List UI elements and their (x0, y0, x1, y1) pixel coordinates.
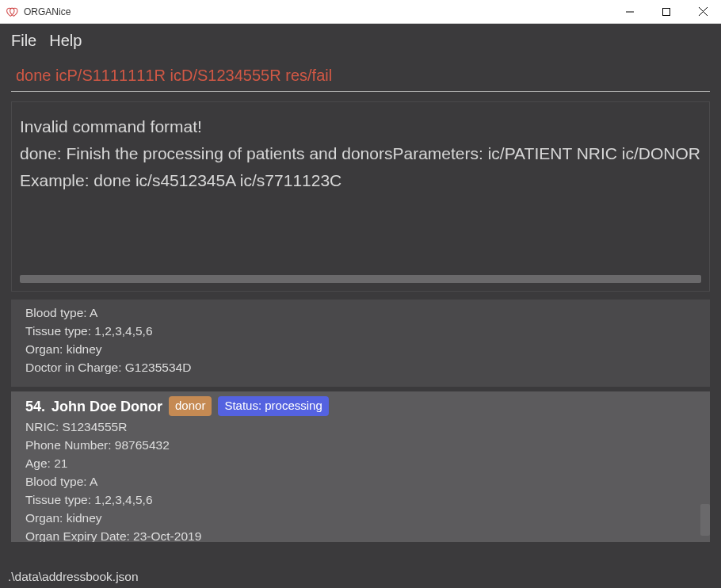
field-organ-expiry: Organ Expiry Date: 23-Oct-2019 (25, 528, 696, 542)
result-line: Example: done ic/s4512345A ic/s7711123C (20, 167, 701, 194)
field-doctor: Doctor in Charge: G1235534D (25, 359, 696, 377)
app-icon (6, 6, 19, 17)
result-line: done: Finish the processing of patients … (20, 140, 701, 167)
window-controls (612, 0, 721, 23)
field-tissue-type: Tissue type: 1,2,3,4,5,6 (25, 323, 696, 341)
menu-bar: File Help (0, 24, 721, 57)
field-age: Age: 21 (25, 455, 696, 473)
field-phone: Phone Number: 98765432 (25, 437, 696, 455)
result-display: Invalid command format! done: Finish the… (11, 101, 710, 292)
field-nric: NRIC: S1234555R (25, 418, 696, 437)
result-line: Invalid command format! (20, 113, 701, 140)
tag-donor: donor (169, 396, 212, 416)
title-bar: ORGANice (0, 0, 721, 24)
card-header: 54. John Doe Donor donor Status: process… (25, 396, 696, 418)
field-organ: Organ: kidney (25, 510, 696, 528)
minimize-button[interactable] (612, 0, 648, 23)
list-vertical-scrollbar[interactable] (700, 300, 710, 542)
person-card[interactable]: 54. John Doe Donor donor Status: process… (11, 391, 710, 543)
status-bar: .\data\addressbook.json (0, 566, 721, 588)
field-tissue-type: Tissue type: 1,2,3,4,5,6 (25, 491, 696, 510)
person-list: — — — — Blood type: A Tissue type: 1,2,3… (11, 300, 710, 542)
svg-rect-1 (663, 8, 670, 15)
tag-status: Status: processing (218, 396, 328, 416)
result-horizontal-scrollbar[interactable] (20, 275, 701, 283)
card-index: 54. (25, 396, 45, 418)
close-button[interactable] (685, 0, 721, 23)
field-blood-type: Blood type: A (25, 304, 696, 323)
command-input-row: done icP/S1111111R icD/S1234555R res/fai… (11, 63, 710, 92)
card-name: John Doe Donor (52, 396, 162, 418)
scrollbar-thumb[interactable] (700, 504, 710, 536)
field-blood-type: Blood type: A (25, 473, 696, 491)
menu-file[interactable]: File (11, 32, 36, 50)
status-path: .\data\addressbook.json (8, 570, 139, 584)
maximize-button[interactable] (648, 0, 685, 23)
menu-help[interactable]: Help (49, 32, 82, 50)
field-organ: Organ: kidney (25, 341, 696, 359)
window-title: ORGANice (24, 6, 612, 17)
person-card[interactable]: — — — — Blood type: A Tissue type: 1,2,3… (11, 300, 710, 387)
command-input[interactable]: done icP/S1111111R icD/S1234555R res/fai… (16, 67, 705, 85)
